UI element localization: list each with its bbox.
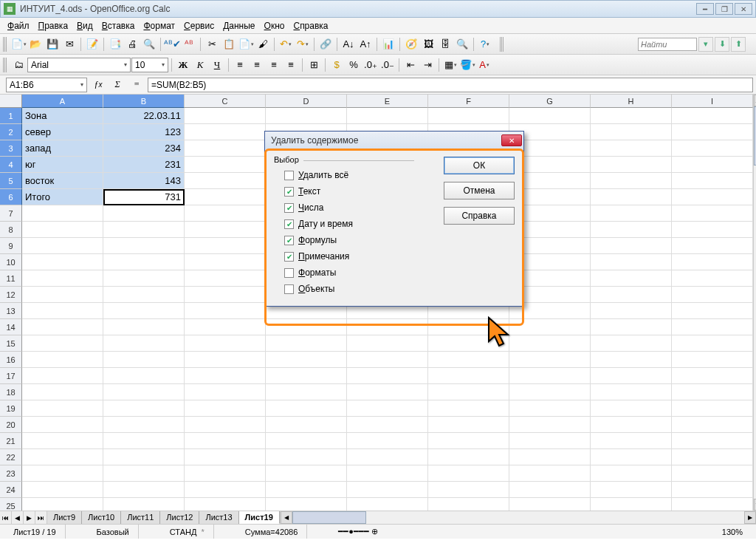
menu-Данные[interactable]: Данные <box>219 19 259 33</box>
cell-E16[interactable] <box>347 352 428 368</box>
col-header-A[interactable]: A <box>22 95 103 108</box>
row-header-20[interactable]: 20 <box>0 417 22 433</box>
menu-Окно[interactable]: Окно <box>260 19 289 33</box>
underline-icon[interactable]: Ч <box>209 57 225 73</box>
tab-next-icon[interactable]: ▶ <box>24 511 35 524</box>
col-header-C[interactable]: C <box>185 95 266 108</box>
cell-G18[interactable] <box>509 384 591 400</box>
cell-B2[interactable]: 123 <box>103 124 185 140</box>
cell-C7[interactable] <box>185 205 266 222</box>
cell-B16[interactable] <box>103 352 185 368</box>
cell-E14[interactable] <box>347 319 428 335</box>
cell-H10[interactable] <box>591 254 672 270</box>
dialog-option-2[interactable]: ✔Числа <box>274 199 430 216</box>
cell-C20[interactable] <box>185 417 266 433</box>
cell-C17[interactable] <box>185 368 266 384</box>
cell-C9[interactable] <box>185 238 266 254</box>
bold-icon[interactable]: Ж <box>175 57 191 73</box>
menu-Правка[interactable]: Правка <box>34 19 73 33</box>
cell-C12[interactable] <box>185 287 266 303</box>
spellcheck-icon[interactable]: ᴬᴮ✔ <box>164 36 180 52</box>
cell-D16[interactable] <box>266 352 347 368</box>
cell-A24[interactable] <box>22 482 103 498</box>
dialog-option-3[interactable]: ✔Дату и время <box>274 216 430 232</box>
col-header-E[interactable]: E <box>347 95 428 108</box>
row-header-1[interactable]: 1 <box>0 108 22 124</box>
currency-icon[interactable]: $ <box>329 57 345 73</box>
sum-icon[interactable]: Σ <box>109 78 126 92</box>
cell-A21[interactable] <box>22 433 103 449</box>
cell-D21[interactable] <box>266 433 347 449</box>
cell-G24[interactable] <box>509 482 591 498</box>
search-dropdown[interactable]: ▾ <box>698 37 713 52</box>
cell-H1[interactable] <box>591 108 672 124</box>
cell-C19[interactable] <box>185 400 266 417</box>
cell-A20[interactable] <box>22 417 103 433</box>
cell-C13[interactable] <box>185 303 266 319</box>
cell-A15[interactable] <box>22 335 103 352</box>
cell-C24[interactable] <box>185 482 266 498</box>
cell-B17[interactable] <box>103 368 185 384</box>
cell-B23[interactable] <box>103 465 185 482</box>
row-header-24[interactable]: 24 <box>0 482 22 498</box>
cell-F15[interactable] <box>428 335 509 352</box>
cell-B18[interactable] <box>103 384 185 400</box>
scroll-left-icon[interactable]: ◀ <box>281 511 292 524</box>
cell-A7[interactable] <box>22 205 103 222</box>
cell-B15[interactable] <box>103 335 185 352</box>
cell-F1[interactable] <box>428 108 509 124</box>
maximize-button[interactable]: ❐ <box>715 3 733 15</box>
toolbar-grip-3[interactable] <box>3 58 7 72</box>
cell-I17[interactable] <box>672 368 753 384</box>
cell-B25[interactable] <box>103 498 185 511</box>
cell-I3[interactable] <box>672 140 753 157</box>
sheet-tab-Лист11[interactable]: Лист11 <box>121 511 160 524</box>
cell-F20[interactable] <box>428 417 509 433</box>
decimal-remove-icon[interactable]: .0₋ <box>379 57 396 73</box>
cell-H12[interactable] <box>591 287 672 303</box>
cell-E24[interactable] <box>347 482 428 498</box>
col-header-D[interactable]: D <box>266 95 347 108</box>
cell-H9[interactable] <box>591 238 672 254</box>
cell-E15[interactable] <box>347 335 428 352</box>
cell-C4[interactable] <box>185 157 266 173</box>
function-wizard-icon[interactable]: ƒx <box>90 78 106 92</box>
cell-D23[interactable] <box>266 465 347 482</box>
increase-indent-icon[interactable]: ⇥ <box>419 57 436 73</box>
menu-Формат[interactable]: Формат <box>139 19 179 33</box>
cell-I23[interactable] <box>672 465 753 482</box>
cell-A10[interactable] <box>22 254 103 270</box>
cell-B3[interactable]: 234 <box>103 140 185 157</box>
cell-G15[interactable] <box>509 335 591 352</box>
save-icon[interactable]: 💾 <box>44 36 61 52</box>
cell-I22[interactable] <box>672 449 753 465</box>
cell-B20[interactable] <box>103 417 185 433</box>
find-prev-icon[interactable]: ⬆ <box>731 37 746 52</box>
col-header-G[interactable]: G <box>509 95 591 108</box>
toolbar-grip-2[interactable] <box>500 37 504 52</box>
cell-I1[interactable] <box>672 108 753 124</box>
cell-F25[interactable] <box>428 498 509 511</box>
cell-I25[interactable] <box>672 498 753 511</box>
dialog-option-0[interactable]: Удалить всё <box>274 167 430 183</box>
cell-H7[interactable] <box>591 205 672 222</box>
dialog-option-1[interactable]: ✔Текст <box>274 183 430 199</box>
select-all-corner[interactable] <box>0 95 22 108</box>
cell-H18[interactable] <box>591 384 672 400</box>
help-icon[interactable]: ?▾ <box>477 36 493 52</box>
sheet-tab-Лист9[interactable]: Лист9 <box>47 511 82 524</box>
decrease-indent-icon[interactable]: ⇤ <box>402 57 419 73</box>
cell-B14[interactable] <box>103 319 185 335</box>
cell-C5[interactable] <box>185 173 266 189</box>
status-sum[interactable]: Сумма=42086 <box>236 525 308 539</box>
cell-F18[interactable] <box>428 384 509 400</box>
cell-A2[interactable]: север <box>22 124 103 140</box>
new-doc-icon[interactable]: 📄▾ <box>10 36 27 52</box>
checkbox-icon[interactable] <box>284 268 294 278</box>
cell-H2[interactable] <box>591 124 672 140</box>
menu-Вид[interactable]: Вид <box>72 19 97 33</box>
cell-G25[interactable] <box>509 498 591 511</box>
cell-E25[interactable] <box>347 498 428 511</box>
cell-H23[interactable] <box>591 465 672 482</box>
dialog-option-5[interactable]: ✔Примечания <box>274 248 430 265</box>
